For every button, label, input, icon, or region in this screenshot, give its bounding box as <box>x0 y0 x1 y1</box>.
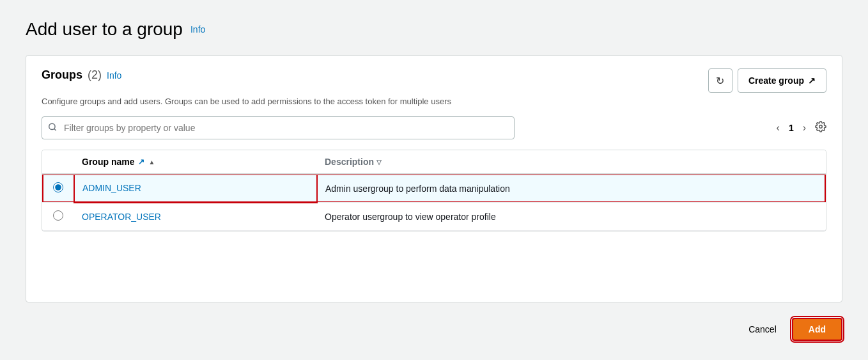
col-header-radio <box>42 150 74 174</box>
col-group-name-label: Group name <box>82 157 134 167</box>
page-info-link[interactable]: Info <box>190 24 205 35</box>
table-row[interactable]: OPERATOR_USEROperator usergroup to view … <box>42 203 826 231</box>
create-group-label: Create group <box>748 75 804 86</box>
settings-button[interactable] <box>815 121 826 136</box>
table-row[interactable]: ADMIN_USERAdmin usergroup to perform dat… <box>42 174 826 203</box>
groups-table: Group name ↗ ▲ Description ▽ ADMIN_USERA… <box>42 150 826 231</box>
filter-row: ‹ 1 › <box>42 116 826 139</box>
cancel-button[interactable]: Cancel <box>741 319 784 340</box>
create-group-button[interactable]: Create group ↗ <box>738 68 826 93</box>
pagination-controls: ‹ 1 › <box>773 121 826 136</box>
footer-row: Cancel Add <box>26 318 842 341</box>
groups-count: (2) <box>88 68 102 82</box>
settings-icon <box>815 122 826 135</box>
col-header-description: Description ▽ <box>317 150 826 174</box>
svg-point-2 <box>819 125 823 128</box>
page-title: Add user to a group <box>26 19 183 40</box>
page-title-row: Add user to a group Info <box>26 19 842 40</box>
search-icon <box>48 123 57 134</box>
svg-line-1 <box>54 129 56 130</box>
external-link-icon-col: ↗ <box>138 157 144 166</box>
radio-cell <box>42 174 74 203</box>
card-header-right: ↻ Create group ↗ <box>708 68 826 93</box>
card-description: Configure groups and add users. Groups c… <box>42 97 826 106</box>
card-header: Groups (2) Info ↻ Create group ↗ <box>42 68 826 93</box>
filter-input-wrapper <box>42 116 515 139</box>
external-link-icon: ↗ <box>808 75 816 86</box>
group-radio-input[interactable] <box>53 210 63 221</box>
group-name-link[interactable]: ADMIN_USER <box>82 183 141 193</box>
filter-input[interactable] <box>42 116 515 139</box>
sort-asc-icon[interactable]: ▲ <box>148 159 155 166</box>
groups-table-wrapper: Group name ↗ ▲ Description ▽ ADMIN_USERA… <box>42 150 826 231</box>
card-info-link[interactable]: Info <box>107 70 121 81</box>
groups-card: Groups (2) Info ↻ Create group ↗ Configu… <box>26 55 842 302</box>
group-radio-input[interactable] <box>53 182 63 192</box>
pagination-current-page: 1 <box>789 123 794 133</box>
col-header-group-name: Group name ↗ ▲ <box>74 150 317 174</box>
refresh-button[interactable]: ↻ <box>708 68 732 93</box>
description-text: Admin usergroup to perform data manipula… <box>325 184 510 194</box>
refresh-icon: ↻ <box>716 75 724 87</box>
add-button[interactable]: Add <box>792 318 842 341</box>
pagination-next-button[interactable]: › <box>799 121 810 135</box>
description-text: Operator usergroup to view operator prof… <box>325 212 496 222</box>
description-cell: Admin usergroup to perform data manipula… <box>317 174 826 203</box>
groups-title: Groups <box>42 68 82 82</box>
group-name-cell: ADMIN_USER <box>74 174 317 203</box>
col-description-label: Description <box>325 157 374 167</box>
description-cell: Operator usergroup to view operator prof… <box>317 203 826 231</box>
group-name-cell: OPERATOR_USER <box>74 203 317 231</box>
table-header-row: Group name ↗ ▲ Description ▽ <box>42 150 826 174</box>
card-header-left: Groups (2) Info <box>42 68 121 82</box>
col-desc-chevron[interactable]: ▽ <box>376 159 382 166</box>
pagination-prev-button[interactable]: ‹ <box>773 121 784 135</box>
radio-cell <box>42 203 74 231</box>
group-name-link[interactable]: OPERATOR_USER <box>82 212 161 222</box>
